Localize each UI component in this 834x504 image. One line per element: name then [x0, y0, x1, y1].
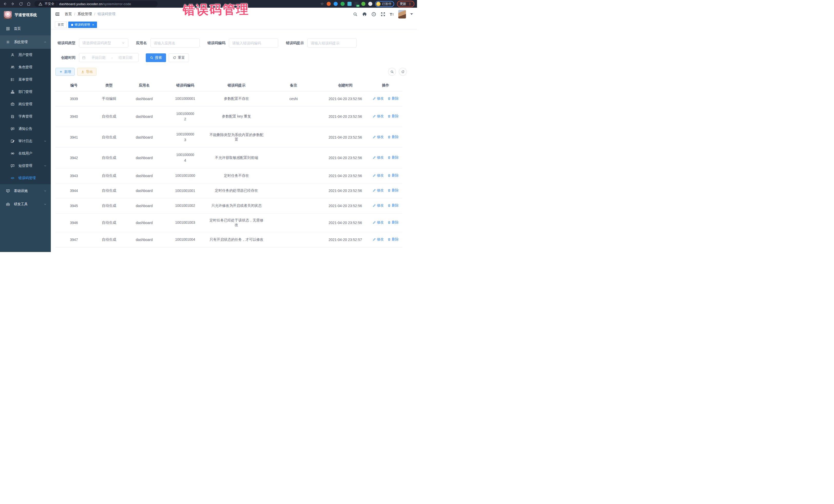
table-header-row: 编号类型应用名错误码编码错误码提示备注创建时间操作	[56, 80, 402, 91]
reload-button[interactable]	[19, 2, 23, 6]
delete-button[interactable]: 删除	[388, 173, 399, 178]
extension-grid-icon[interactable]	[348, 2, 352, 6]
error-type-select[interactable]: 请选择错误码类型	[79, 39, 128, 47]
refresh-icon	[173, 56, 176, 60]
edit-button[interactable]: 修改	[373, 155, 384, 160]
close-icon[interactable]: ×	[92, 23, 94, 26]
sidebar-item-label: 岗位管理	[19, 102, 32, 107]
forward-button[interactable]	[10, 2, 15, 6]
hamburger-icon[interactable]	[55, 12, 60, 17]
sidebar-item-system-management[interactable]: 系统管理	[0, 36, 51, 49]
edit-button[interactable]: 修改	[373, 188, 384, 193]
security-badge[interactable]: 不安全	[45, 2, 54, 6]
kebab-menu-icon[interactable]: ⋮	[408, 2, 412, 6]
font-size-icon[interactable]: TT	[390, 12, 394, 17]
date-end-placeholder: 结束日期	[115, 56, 136, 60]
column-header-2: 应用名	[126, 80, 163, 91]
refresh-table-button[interactable]	[399, 68, 407, 76]
app-name-input[interactable]	[150, 39, 200, 47]
search-button[interactable]: 搜索	[146, 53, 166, 62]
edit-button[interactable]: 修改	[373, 173, 384, 178]
error-code-input[interactable]	[229, 39, 278, 47]
delete-button[interactable]: 删除	[388, 220, 399, 225]
extension-green-v-icon[interactable]	[341, 2, 345, 6]
profile-badge[interactable]: 已暂停	[375, 1, 394, 7]
back-button[interactable]	[3, 2, 7, 6]
extension-puzzle-icon[interactable]	[368, 2, 372, 6]
extension-orange-icon[interactable]	[327, 2, 331, 6]
reset-button[interactable]: 重置	[169, 53, 189, 62]
help-icon[interactable]: ?	[371, 12, 376, 17]
sidebar-item-label: 错误码管理	[19, 176, 36, 180]
cell-hint: 只允许修改为开启或者关闭状态	[207, 198, 265, 214]
delete-button[interactable]: 删除	[388, 114, 399, 118]
sidebar-item-dict-management[interactable]: 字典管理	[0, 110, 51, 123]
sidebar-item-infrastructure[interactable]: 基础设施	[0, 184, 51, 198]
edit-button[interactable]: 修改	[373, 135, 384, 139]
app-logo-row[interactable]: 芋道管理系统	[0, 8, 51, 22]
caret-down-icon[interactable]	[410, 13, 413, 15]
delete-button[interactable]: 删除	[388, 203, 399, 208]
cell-hint: 不能删除类型为系统内置的参数配置	[207, 127, 265, 148]
trash-icon	[388, 115, 391, 118]
update-button[interactable]: 更新 ⋮	[397, 1, 414, 7]
edit-button[interactable]: 修改	[373, 237, 384, 242]
delete-button[interactable]: 删除	[388, 96, 399, 101]
header-search-icon[interactable]	[353, 12, 358, 17]
sidebar-item-post-management[interactable]: 岗位管理	[0, 98, 51, 110]
sidebar-item-role-management[interactable]: 角色管理	[0, 61, 51, 73]
error-code-table: 编号类型应用名错误码编码错误码提示备注创建时间操作 3939手动编辑dashbo…	[56, 80, 402, 252]
warning-icon	[39, 2, 42, 6]
sidebar-item-audit-log[interactable]: 审计日志	[0, 135, 51, 147]
edit-button[interactable]: 修改	[373, 114, 384, 118]
error-hint-input[interactable]	[307, 39, 357, 47]
cell-type: 自动生成	[92, 213, 126, 232]
cell-app: dashboard	[126, 91, 163, 107]
edit-note-icon	[10, 139, 15, 144]
delete-button[interactable]: 删除	[388, 188, 399, 193]
user-avatar[interactable]	[398, 10, 406, 19]
github-icon[interactable]	[362, 12, 367, 17]
chevron-down-icon	[44, 164, 47, 167]
home-button[interactable]	[26, 2, 31, 6]
extension-dark-on-icon[interactable]: on	[354, 2, 358, 6]
date-range-picker[interactable]: 开始日期 - 结束日期	[79, 53, 138, 62]
edit-button[interactable]: 修改	[373, 96, 384, 101]
pencil-icon	[373, 204, 376, 207]
extension-key-icon[interactable]	[361, 2, 366, 6]
sidebar-item-online-users[interactable]: 在线用户	[0, 147, 51, 160]
fullscreen-icon[interactable]	[380, 12, 386, 17]
sidebar-item-label: 短信管理	[19, 163, 32, 168]
cell-hint: 定时任务的处理器已经存在	[207, 183, 265, 198]
sidebar-item-sms-management[interactable]: 短信管理	[0, 160, 51, 172]
edit-button[interactable]: 修改	[373, 220, 384, 225]
sidebar-item-menu-management[interactable]: 菜单管理	[0, 73, 51, 86]
tag-home[interactable]: 首页	[55, 22, 67, 28]
sidebar-item-error-code-management[interactable]: 错误码管理	[0, 172, 51, 184]
address-bar[interactable]: 不安全 dashboard.yudao.iocoder.cn/system/er…	[35, 1, 158, 7]
export-button[interactable]: 导出	[77, 68, 96, 76]
tag-error-code[interactable]: 错误码管理 ×	[68, 22, 97, 28]
extension-gem-icon[interactable]	[334, 2, 338, 6]
emoji-avatar	[376, 2, 380, 6]
breadcrumb-home[interactable]: 首页	[65, 12, 72, 17]
cell-code: 1001001003	[163, 213, 207, 232]
delete-button[interactable]: 删除	[388, 155, 399, 160]
bookmark-star-icon[interactable]: ☆	[321, 2, 324, 6]
sidebar-item-dev-tools[interactable]: 研发工具	[0, 198, 51, 211]
sidebar-item-dept-management[interactable]: 部门管理	[0, 86, 51, 98]
breadcrumb: 首页 / 系统管理 / 错误码管理	[65, 12, 115, 17]
toggle-search-button[interactable]	[388, 68, 396, 76]
cell-id: 3942	[56, 148, 92, 168]
add-button[interactable]: 新增	[56, 68, 75, 76]
toolbox-icon	[6, 202, 10, 206]
cell-code: 1001001005	[163, 247, 207, 252]
delete-button[interactable]: 删除	[388, 237, 399, 242]
filter-type-label: 错误码类型	[56, 41, 75, 45]
breadcrumb-system[interactable]: 系统管理	[78, 12, 92, 17]
sidebar-item-home[interactable]: 首页	[0, 22, 51, 36]
delete-button[interactable]: 删除	[388, 135, 399, 139]
edit-button[interactable]: 修改	[373, 203, 384, 208]
sidebar-item-notice-announcement[interactable]: 通知公告	[0, 123, 51, 135]
sidebar-item-user-management[interactable]: 用户管理	[0, 49, 51, 61]
